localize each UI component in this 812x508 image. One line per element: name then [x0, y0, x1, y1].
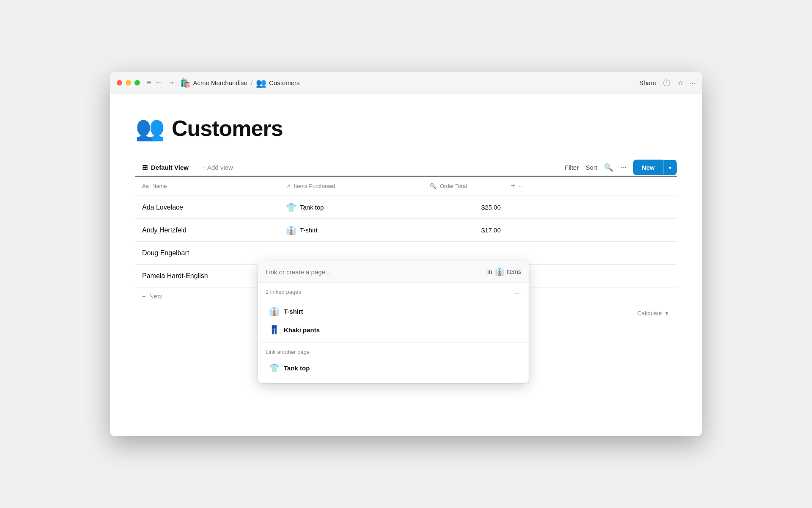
- titlebar-actions: Share 🕐 ☆ ···: [639, 79, 695, 87]
- breadcrumb-page[interactable]: 👥 Customers: [256, 78, 300, 88]
- cell-items-ada: 👕 Tank top: [279, 196, 423, 218]
- order-col-icon: 🔍: [430, 183, 436, 189]
- view-tab-label: Default View: [151, 164, 189, 171]
- cell-name-andy: Andy Hertzfeld: [135, 221, 279, 240]
- table-header: Aa Name ↗ Items Purchased 🔍 Order Total …: [135, 177, 677, 196]
- cell-items-doug: [279, 247, 423, 259]
- linked-pages-section: 2 linked pages ··· 👔 T-shirt 👖 Khaki pan…: [258, 283, 529, 341]
- traffic-lights: [117, 80, 140, 86]
- page-emoji: 👥: [135, 114, 165, 142]
- add-col-icon[interactable]: +: [511, 182, 516, 190]
- dropdown-divider: [258, 342, 529, 343]
- breadcrumb: 🛍️ Acme Merchandise / 👥 Customers: [180, 78, 639, 88]
- bookmark-icon[interactable]: ☆: [678, 79, 683, 87]
- maximize-button[interactable]: [134, 80, 140, 86]
- new-row-label: New: [149, 293, 162, 300]
- item-label-ada: Tank top: [300, 204, 324, 211]
- col-header-items: ↗ Items Purchased: [279, 178, 423, 194]
- app-emoji: 🛍️: [180, 78, 191, 88]
- dropdown-search-row: In 👔 Items: [258, 261, 529, 283]
- search-button[interactable]: 🔍: [604, 163, 613, 172]
- breadcrumb-separator: /: [251, 79, 252, 86]
- col-header-order: 🔍 Order Total: [423, 178, 508, 194]
- item-emoji-andy: 👔: [286, 225, 296, 235]
- history-icon[interactable]: 🕐: [663, 79, 671, 87]
- table-icon: ⊞: [142, 163, 148, 171]
- in-label-text: In: [487, 268, 492, 275]
- new-button[interactable]: New: [633, 160, 663, 175]
- tanktop-suggestion-emoji: 👕: [269, 363, 280, 373]
- linked-pages-title: 2 linked pages: [266, 289, 301, 295]
- share-button[interactable]: Share: [639, 79, 656, 86]
- dropdown-in-label: In 👔 Items: [487, 267, 521, 276]
- tshirt-label: T-shirt: [284, 308, 303, 315]
- default-view-tab[interactable]: ⊞ Default View: [135, 159, 195, 177]
- in-item-emoji: 👔: [495, 267, 504, 276]
- khaki-emoji: 👖: [269, 325, 280, 335]
- cell-name-ada: Ada Lovelace: [135, 198, 279, 217]
- filter-button[interactable]: Filter: [565, 164, 579, 171]
- in-item-text: Items: [507, 268, 521, 275]
- view-toolbar: ⊞ Default View + Add view Filter Sort 🔍 …: [135, 159, 677, 177]
- linked-page-item-khaki[interactable]: 👖 Khaki pants: [266, 320, 521, 339]
- new-button-group: New ▾: [633, 160, 677, 175]
- suggestion-item-tanktop[interactable]: 👕 Tank top: [266, 359, 521, 377]
- items-col-label: Items Purchased: [294, 183, 335, 189]
- page-header: 👥 Customers: [135, 114, 677, 142]
- link-another-label: Link another page: [258, 345, 529, 357]
- toolbar-more-button[interactable]: ···: [620, 163, 626, 172]
- minimize-button[interactable]: [126, 80, 131, 86]
- link-another-text: Link another page: [266, 349, 310, 355]
- link-popup: In 👔 Items 2 linked pages ··· 👔 T-shirt …: [258, 261, 529, 383]
- items-col-icon: ↗: [286, 183, 291, 189]
- khaki-label: Khaki pants: [284, 326, 320, 334]
- new-button-dropdown[interactable]: ▾: [663, 160, 677, 175]
- add-view-button[interactable]: + Add view: [195, 160, 240, 175]
- page-title: Customers: [172, 116, 283, 141]
- app-name: Acme Merchandise: [193, 79, 247, 86]
- more-options-icon[interactable]: ···: [690, 79, 695, 86]
- cell-items-andy: 👔 T-shirt: [279, 219, 423, 241]
- cell-order-doug: [423, 247, 508, 259]
- linked-pages-header: 2 linked pages ···: [266, 289, 521, 298]
- col-more-icon[interactable]: ···: [519, 183, 524, 190]
- cell-name-pamela: Pamela Hardt-English: [135, 266, 279, 286]
- table-row[interactable]: Andy Hertzfeld 👔 T-shirt $17.00: [135, 219, 677, 242]
- toolbar-right: Filter Sort 🔍 ··· New ▾: [565, 160, 677, 175]
- calculate-label: Calculate: [637, 310, 662, 317]
- sort-button[interactable]: Sort: [586, 164, 598, 171]
- calculate-chevron: ▾: [665, 310, 668, 317]
- forward-button[interactable]: →: [167, 78, 175, 87]
- linked-pages-more[interactable]: ···: [515, 289, 521, 298]
- linked-page-item-tshirt[interactable]: 👔 T-shirt: [266, 302, 521, 320]
- cell-order-ada: $25.00: [423, 198, 508, 217]
- tanktop-suggestion-label: Tank top: [284, 364, 310, 372]
- hamburger-icon[interactable]: ≡: [147, 78, 151, 87]
- cell-order-andy: $17.00: [423, 221, 508, 240]
- name-col-icon: Aa: [142, 183, 149, 189]
- table-row[interactable]: Ada Lovelace 👕 Tank top $25.00: [135, 196, 677, 219]
- close-button[interactable]: [117, 80, 122, 86]
- dropdown-suggestion: 👕 Tank top: [258, 357, 529, 383]
- col-header-add[interactable]: + ···: [508, 177, 529, 196]
- page-emoji-small: 👥: [256, 78, 266, 88]
- tshirt-emoji: 👔: [269, 306, 280, 316]
- page-name-breadcrumb: Customers: [269, 79, 300, 86]
- name-col-label: Name: [152, 183, 167, 189]
- add-view-label: + Add view: [202, 164, 233, 171]
- breadcrumb-app[interactable]: 🛍️ Acme Merchandise: [180, 78, 247, 88]
- item-label-andy: T-shirt: [300, 226, 318, 234]
- col-header-name: Aa Name: [135, 178, 279, 194]
- back-button[interactable]: ←: [155, 78, 162, 87]
- plus-icon: +: [142, 293, 146, 300]
- link-search-input[interactable]: [266, 268, 487, 276]
- nav-buttons: ← →: [155, 78, 175, 87]
- app-window: ≡ ← → 🛍️ Acme Merchandise / 👥 Customers …: [110, 72, 702, 436]
- cell-name-doug: Doug Engelbart: [135, 243, 279, 263]
- titlebar: ≡ ← → 🛍️ Acme Merchandise / 👥 Customers …: [110, 72, 702, 94]
- order-col-label: Order Total: [440, 183, 467, 189]
- item-emoji-ada: 👕: [286, 202, 296, 213]
- content-area: 👥 Customers ⊞ Default View + Add view Fi…: [110, 94, 702, 436]
